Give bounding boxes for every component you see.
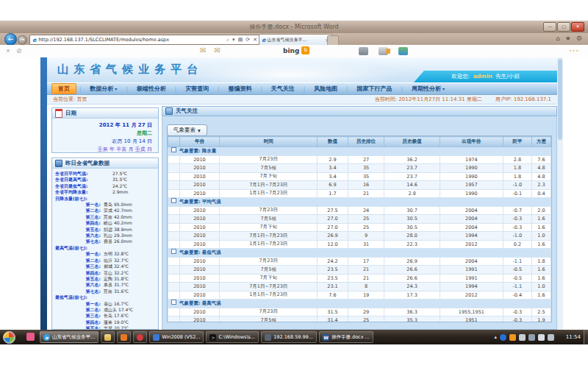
taskbar-button-console[interactable]: >C:\Windows\s...: [206, 331, 259, 343]
table-group-row[interactable]: 气象要素: 平均气温: [168, 198, 551, 207]
maximize-button[interactable]: ▢: [557, 22, 570, 32]
cell-5: 1991: [440, 274, 503, 283]
table-row[interactable]: 20107月下旬3.43523.719901.84.8: [168, 172, 551, 181]
table-row[interactable]: 20107月23日31.52936.31955,1951-0.32.5: [168, 308, 551, 316]
page-icon[interactable]: ▤: [238, 37, 243, 43]
table-group-row[interactable]: 气象要素: 降水量: [168, 147, 551, 156]
nav-item-8[interactable]: 周期性分析▾: [406, 84, 451, 93]
globe-icon[interactable]: [398, 47, 408, 55]
forward-button[interactable]: →: [18, 35, 27, 45]
cell-6: 2.8: [503, 155, 531, 164]
star-icon[interactable]: ★: [565, 35, 571, 42]
close-icon[interactable]: ×: [6, 48, 10, 54]
table-row[interactable]: 20107月23日2.92736.219742.87.6: [168, 155, 551, 164]
addon-icons: [359, 47, 408, 55]
stop-icon[interactable]: ✕: [253, 37, 257, 43]
taskbar-button-folder[interactable]: [101, 331, 115, 343]
refresh-icon[interactable]: ⟳: [245, 37, 250, 43]
nav-item-5[interactable]: 天气关注: [265, 84, 301, 93]
rank-label: 第五名:: [55, 276, 101, 282]
chevron-down-icon[interactable]: ▾: [232, 37, 235, 43]
cell-0: 2010: [179, 308, 220, 316]
table-row[interactable]: 20107月1日~7月23日23.1824.31994-1.11.0: [168, 283, 551, 291]
show-desktop-button[interactable]: [584, 330, 588, 344]
more-icon[interactable]: •••: [569, 48, 579, 53]
nav-item-1[interactable]: 数据分析▾: [84, 84, 123, 93]
table-row[interactable]: 20101月1日~7月23日7.61917.32012-0.41.6: [168, 291, 551, 300]
page-scrollbar[interactable]: [557, 57, 563, 330]
expand-checkbox-icon[interactable]: [171, 300, 176, 305]
table-row[interactable]: 20107月5候27.02530.52004-0.31.6: [168, 215, 551, 224]
expand-checkbox-icon[interactable]: [171, 147, 176, 152]
bing-icon: b: [301, 46, 309, 54]
table-row[interactable]: 20107月下旬23.52126.61991-0.51.6: [168, 274, 551, 283]
search-icon[interactable]: ⌕: [226, 37, 229, 43]
table-row[interactable]: 20101月1日~7月23日1.7212.81990-0.10.4: [168, 189, 551, 198]
fox-icon[interactable]: [509, 334, 516, 341]
table-row[interactable]: 20107月1日~7月23日6.91614.61957-1.02.3: [168, 181, 551, 190]
table-group-row[interactable]: 气象要素: 最高气温: [168, 300, 551, 308]
network-icon[interactable]: [538, 334, 545, 341]
nav-item-6[interactable]: 风险地图: [308, 84, 343, 93]
mail-icon[interactable]: ✉ ✉: [200, 46, 223, 54]
speaker-icon[interactable]: [548, 334, 554, 341]
start-button[interactable]: [3, 331, 15, 344]
cell-6: -0.5: [503, 274, 531, 283]
expand-checkbox-icon[interactable]: [171, 198, 176, 203]
rank-label: 第七名:: [55, 238, 101, 244]
nav-item-4[interactable]: 整编资料: [222, 84, 257, 93]
taskbar-button-remote[interactable]: 192.168.59.99...: [261, 331, 317, 343]
cell-4: 36.3: [384, 308, 440, 316]
url-text[interactable]: http://192.168.137.1/SLCCLIMATE/modules/…: [38, 37, 224, 43]
minimize-button[interactable]: —: [543, 22, 556, 32]
taskbar-button-ie[interactable]: e山东省气候业务平...: [40, 331, 98, 343]
nav-item-3[interactable]: 灾害查询: [179, 84, 215, 93]
cell-5: 2012: [440, 291, 503, 300]
ie-logo-icon: e: [32, 37, 36, 43]
gear-icon[interactable]: ⚙: [576, 35, 582, 42]
assistant-icon[interactable]: [379, 47, 388, 55]
rank-row: 第一名:青岛 95.0mm: [55, 202, 155, 208]
nav-item-2[interactable]: 极端性分析: [131, 84, 172, 93]
element-filter-button[interactable]: 气象要素 ▾: [167, 124, 207, 136]
row-check-cell: [168, 283, 180, 291]
cell-4: 36.2: [384, 155, 440, 164]
rank-row: 第三名:郯城 32.4℃: [55, 263, 155, 269]
table-group-row[interactable]: 气象要素: 最低气温: [168, 249, 551, 258]
camera-icon[interactable]: [359, 47, 368, 55]
table-group-cell: 气象要素: 最高气温: [168, 300, 551, 308]
table-row[interactable]: 20107月5候31.42535.31951-0.31.9: [168, 316, 551, 323]
monitor-icon[interactable]: [528, 334, 535, 341]
bing-logo[interactable]: bing b: [283, 46, 309, 54]
table-row[interactable]: 20107月5候23.52126.61991-0.51.6: [168, 266, 551, 275]
taskbar-clock[interactable]: 11:54: [566, 330, 581, 344]
tray-expand-icon[interactable]: ▴: [494, 333, 497, 342]
flag-icon[interactable]: [519, 334, 526, 341]
close-button[interactable]: ✕: [571, 22, 584, 32]
taskbar-button-vs[interactable]: Win2008 (VS2...: [149, 331, 204, 343]
table-row[interactable]: 20107月23日27.52430.72004-0.72.0: [168, 206, 551, 215]
address-bar-icons: ⌕ ▾ ▤ ⟳ ✕: [226, 37, 257, 43]
back-button[interactable]: ←: [4, 33, 17, 46]
address-bar[interactable]: e http://192.168.137.1/SLCCLIMATE/module…: [29, 35, 260, 45]
expand-checkbox-icon[interactable]: [171, 249, 176, 254]
rank-value: 东明 32.8℃: [104, 251, 129, 257]
background-window-title: 操作手册.docx - Microsoft Word: [249, 23, 338, 31]
table-row[interactable]: 20107月1日~7月23日26.9928.01994-1.01.0: [168, 232, 551, 241]
pinned-app-icon[interactable]: [26, 333, 35, 341]
nav-item-7[interactable]: 国家下行产品: [351, 84, 398, 93]
nav-item-0[interactable]: 首页: [51, 83, 76, 94]
home-icon[interactable]: ⌂: [556, 35, 560, 42]
taskbar: e山东省气候业务平...Win2008 (VS2...>C:\Windows\s…: [0, 330, 588, 344]
ime-icon[interactable]: [500, 334, 506, 341]
taskbar-button-orange-app[interactable]: [117, 331, 131, 343]
taskbar-button-word[interactable]: W操作手册.docx ...: [319, 331, 373, 343]
taskbar-button-media[interactable]: [133, 331, 147, 343]
table-row[interactable]: 20101月1日~7月23日12.03122.320120.21.6: [168, 240, 551, 249]
table-row[interactable]: 20107月23日24.21726.92004-1.11.8: [168, 257, 551, 266]
cell-1: 1月1日~7月23日: [220, 240, 318, 249]
table-row[interactable]: 20107月下旬27.02530.52004-0.31.6: [168, 223, 551, 232]
browser-tab[interactable]: e 山东省气候业务平... ×: [259, 34, 332, 46]
scrollbar-thumb[interactable]: [558, 59, 562, 140]
table-row[interactable]: 20107月5候3.43523.719901.84.8: [168, 164, 551, 173]
